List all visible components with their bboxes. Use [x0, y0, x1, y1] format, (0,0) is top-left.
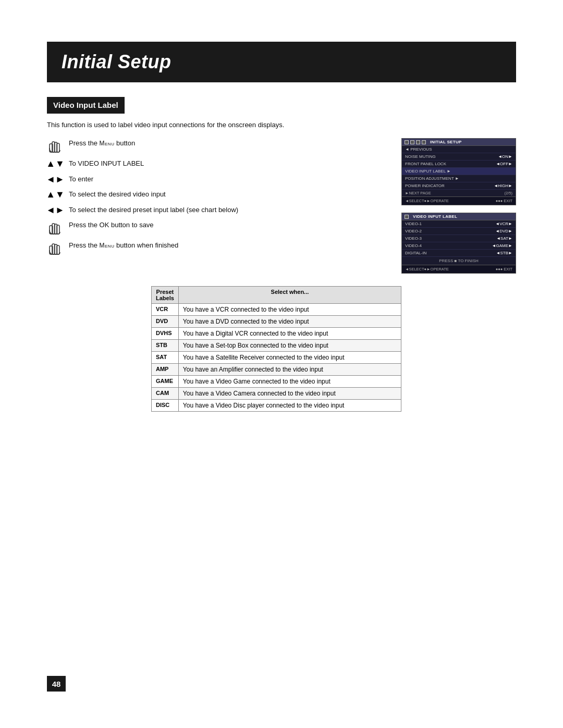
step-2-text: To VIDEO INPUT LABEL — [69, 158, 144, 169]
step-4-icon: ▲▼ — [47, 190, 64, 199]
screen2-row-video1: VIDEO-1 ◄VCR► — [402, 220, 516, 228]
table-row: VCR You have a VCR connected to the vide… — [152, 304, 401, 316]
table-cell-desc: You have an Amplifier connected to the v… — [178, 364, 401, 376]
page-title-bar: Initial Setup — [47, 42, 516, 82]
table-cell-label: CAM — [152, 388, 179, 400]
screen2-row-video4: VIDEO-4 ◄GAME► — [402, 242, 516, 250]
table-row: AMP You have an Amplifier connected to t… — [152, 364, 401, 376]
step-3-text: To enter — [69, 174, 93, 184]
screen2: VIDEO INPUT LABEL VIDEO-1 ◄VCR► VIDEO-2 … — [401, 213, 516, 274]
step-1: Press the Menu button — [47, 138, 386, 153]
table-cell-desc: You have a Video Disc player connected t… — [178, 400, 401, 412]
screen1: INITIAL SETUP ◄ PREVIOUS NOISE MUTING ◄O… — [401, 138, 516, 205]
steps-column: Press the Menu button ▲▼ To VIDEO INPUT … — [47, 138, 386, 274]
steps-and-screens: Press the Menu button ▲▼ To VIDEO INPUT … — [47, 138, 516, 274]
table-cell-desc: You have a Satellite Receiver connected … — [178, 352, 401, 364]
screen1-pageinfo: ►NEXT PAGE (2/5) — [402, 190, 516, 196]
screen1-row-frontpanel: FRONT PANEL LOCK ◄OFF► — [402, 161, 516, 168]
step-1-text: Press the Menu button — [69, 138, 135, 149]
screen2-press-finish: PRESS ■ TO FINISH — [402, 257, 516, 265]
table-cell-desc: You have a VCR connected to the video in… — [178, 304, 401, 316]
screen2-row-video2: VIDEO-2 ◄DVD► — [402, 228, 516, 235]
table-cell-label: DISC — [152, 400, 179, 412]
screen1-row-videoinput: VIDEO INPUT LABEL ► — [402, 168, 516, 175]
screen2-icon1 — [405, 215, 409, 219]
step-5: ◄► To select the desired preset input la… — [47, 205, 386, 215]
screen1-titlebar: INITIAL SETUP — [402, 139, 516, 146]
screen2-row-video3: VIDEO-3 ◄SAT► — [402, 235, 516, 242]
table-header-select: Select when... — [178, 287, 401, 304]
screen1-row-position: POSITION ADJUSTMENT ► — [402, 175, 516, 182]
table-header-preset: PresetLabels — [152, 287, 179, 304]
page-title: Initial Setup — [62, 51, 172, 72]
screen1-icon3 — [416, 140, 420, 144]
preset-table: PresetLabels Select when... VCR You have… — [151, 286, 401, 412]
section-title: Video Input Label — [53, 101, 118, 109]
intro-text: This function is used to label video inp… — [47, 121, 516, 129]
screen1-footer: ◄SELECT●►OPERATE ●●● EXIT — [402, 196, 516, 205]
table-row: STB You have a Set-top Box connected to … — [152, 340, 401, 352]
table-row: SAT You have a Satellite Receiver connec… — [152, 352, 401, 364]
step-1-icon — [47, 139, 64, 153]
page-number: 48 — [47, 676, 66, 692]
step-6-icon — [47, 220, 64, 235]
table-cell-label: AMP — [152, 364, 179, 376]
step-5-text: To select the desired preset input label… — [69, 205, 238, 215]
section-header: Video Input Label — [47, 97, 125, 114]
screen1-row-previous: ◄ PREVIOUS — [402, 146, 516, 153]
table-cell-label: SAT — [152, 352, 179, 364]
step-6-text: Press the OK button to save — [69, 220, 154, 230]
table-cell-desc: You have a Set-top Box connected to the … — [178, 340, 401, 352]
table-row: DVHS You have a Digital VCR connected to… — [152, 328, 401, 340]
table-cell-desc: You have a Video Game connected to the v… — [178, 376, 401, 388]
step-4-text: To select the desired video input — [69, 189, 166, 200]
screen1-icon1 — [405, 140, 409, 144]
step-7: Press the Menu button when finished — [47, 240, 386, 255]
screen1-title: INITIAL SETUP — [430, 140, 462, 144]
step-2: ▲▼ To VIDEO INPUT LABEL — [47, 158, 386, 169]
svg-rect-11 — [57, 245, 59, 254]
step-2-icon: ▲▼ — [47, 159, 64, 168]
table-row: DVD You have a DVD connected to the vide… — [152, 316, 401, 328]
table-row: CAM You have a Video Camera connected to… — [152, 388, 401, 400]
screen2-row-digital: DIGITAL-IN ◄STB► — [402, 250, 516, 257]
svg-rect-3 — [57, 143, 59, 152]
table-cell-desc: You have a DVD connected to the video in… — [178, 316, 401, 328]
step-7-icon — [47, 241, 64, 255]
screen2-titlebar: VIDEO INPUT LABEL — [402, 213, 516, 220]
table-cell-label: STB — [152, 340, 179, 352]
table-cell-label: DVD — [152, 316, 179, 328]
screen1-icon2 — [410, 140, 414, 144]
table-row: GAME You have a Video Game connected to … — [152, 376, 401, 388]
screen2-footer: ◄SELECT●►OPERATE ●●● EXIT — [402, 265, 516, 273]
screen1-icon4 — [422, 140, 426, 144]
table-cell-desc: You have a Digital VCR connected to the … — [178, 328, 401, 340]
table-cell-label: VCR — [152, 304, 179, 316]
screens-column: INITIAL SETUP ◄ PREVIOUS NOISE MUTING ◄O… — [401, 138, 516, 274]
table-cell-label: GAME — [152, 376, 179, 388]
step-4: ▲▼ To select the desired video input — [47, 189, 386, 200]
step-7-text: Press the Menu button when finished — [69, 240, 178, 251]
step-3-icon: ◄► — [47, 175, 64, 184]
screen1-row-noise: NOISE MUTING ◄ON► — [402, 153, 516, 161]
step-5-icon: ◄► — [47, 205, 64, 215]
step-6: Press the OK button to save — [47, 220, 386, 235]
step-3: ◄► To enter — [47, 174, 386, 184]
svg-rect-7 — [57, 225, 59, 234]
table-cell-desc: You have a Video Camera connected to the… — [178, 388, 401, 400]
table-row: DISC You have a Video Disc player connec… — [152, 400, 401, 412]
screen2-title: VIDEO INPUT LABEL — [413, 214, 457, 219]
screen1-row-power: POWER INDICATOR ◄HIGH► — [402, 182, 516, 190]
table-cell-label: DVHS — [152, 328, 179, 340]
